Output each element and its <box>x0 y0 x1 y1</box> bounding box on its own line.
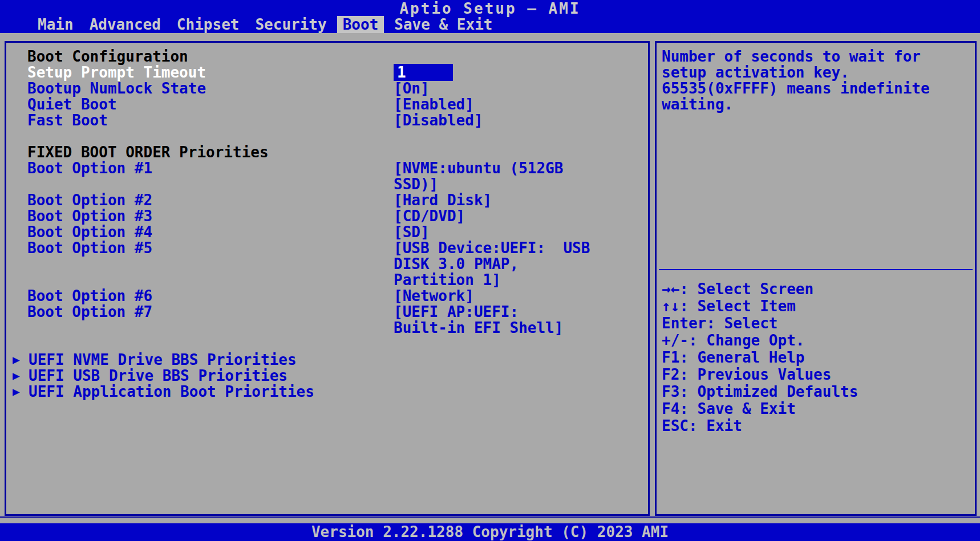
tab-advanced[interactable]: Advanced <box>84 16 167 33</box>
title-bar: Aptio Setup – AMI Main Advanced Chipset … <box>0 0 980 33</box>
setting-value: [CD/DVD] <box>394 208 465 224</box>
legend-esc-exit: ESC: Exit <box>662 417 858 434</box>
tab-boot[interactable]: Boot <box>337 16 384 33</box>
setting-value: [UEFI AP:UEFI: Built-in EFI Shell] <box>394 304 563 336</box>
setting-label: Quiet Boot <box>27 96 117 112</box>
setting-value: [Hard Disk] <box>394 192 492 208</box>
help-text: Number of seconds to wait for setup acti… <box>662 48 930 112</box>
setting-label: Boot Option #5 <box>27 240 152 256</box>
setting-row-setup-prompt-timeout[interactable]: Setup Prompt Timeout 1 <box>6 64 648 80</box>
legend-f2-previous-values: F2: Previous Values <box>662 366 858 383</box>
setting-value: [USB Device:UEFI: USB DISK 3.0 PMAP, Par… <box>394 240 590 288</box>
legend-f1-general-help: F1: General Help <box>662 349 858 366</box>
help-panel-divider <box>659 269 973 270</box>
section-title: FIXED BOOT ORDER Priorities <box>27 144 269 160</box>
setting-value: [Disabled] <box>394 112 483 128</box>
setting-label-selected: Setup Prompt Timeout <box>27 64 206 80</box>
legend-select-screen: →←: Select Screen <box>662 280 858 298</box>
legend-f4-save-exit: F4: Save & Exit <box>662 400 858 417</box>
section-header-fixed-boot-order: FIXED BOOT ORDER Priorities <box>6 144 648 160</box>
submenu-arrow-icon: ▶ <box>13 368 20 384</box>
submenu-row-uefi-nvme-bbs-priorities[interactable]: ▶ UEFI NVME Drive BBS Priorities <box>6 352 648 368</box>
setting-value: [Enabled] <box>394 96 474 112</box>
setting-label: Boot Option #3 <box>27 208 152 224</box>
tab-save-exit[interactable]: Save & Exit <box>388 16 498 33</box>
settings-panel: Boot Configuration Setup Prompt Timeout … <box>5 41 650 516</box>
setting-row-bootup-numlock-state[interactable]: Bootup NumLock State [On] <box>6 80 648 96</box>
setting-value: [Network] <box>394 288 474 304</box>
help-panel: Number of seconds to wait for setup acti… <box>655 41 977 516</box>
setting-value: [NVME:ubuntu (512GB SSD)] <box>394 160 563 192</box>
submenu-arrow-icon: ▶ <box>13 352 20 368</box>
setting-label: Boot Option #7 <box>27 304 152 320</box>
tab-chipset[interactable]: Chipset <box>171 16 245 33</box>
submenu-row-uefi-usb-bbs-priorities[interactable]: ▶ UEFI USB Drive BBS Priorities <box>6 368 648 384</box>
legend-change-opt: +/-: Change Opt. <box>662 332 858 349</box>
setting-row-boot-option-3[interactable]: Boot Option #3 [CD/DVD] <box>6 208 648 224</box>
submenu-row-uefi-application-boot-priorities[interactable]: ▶ UEFI Application Boot Priorities <box>6 384 648 400</box>
setting-row-boot-option-4[interactable]: Boot Option #4 [SD] <box>6 224 648 240</box>
setting-row-boot-option-7[interactable]: Boot Option #7 [UEFI AP:UEFI: Built-in E… <box>6 304 648 320</box>
setting-label: Boot Option #2 <box>27 192 152 208</box>
setting-label: Boot Option #6 <box>27 288 152 304</box>
version-text: Version 2.22.1288 Copyright (C) 2023 AMI <box>311 523 669 540</box>
setting-row-boot-option-6[interactable]: Boot Option #6 [Network] <box>6 288 648 304</box>
tab-main[interactable]: Main <box>32 16 79 33</box>
setting-row-quiet-boot[interactable]: Quiet Boot [Enabled] <box>6 96 648 112</box>
setting-label: Boot Option #4 <box>27 224 152 240</box>
setting-label: Fast Boot <box>27 112 108 128</box>
section-header-boot-configuration: Boot Configuration <box>6 48 648 64</box>
setting-row-boot-option-5[interactable]: Boot Option #5 [USB Device:UEFI: USB DIS… <box>6 240 648 256</box>
menu-bar: Main Advanced Chipset Security Boot Save… <box>32 16 503 33</box>
setting-row-boot-option-1[interactable]: Boot Option #1 [NVME:ubuntu (512GB SSD)] <box>6 160 648 176</box>
tab-security[interactable]: Security <box>249 16 332 33</box>
version-bar: Version 2.22.1288 Copyright (C) 2023 AMI <box>0 523 980 541</box>
submenu-label: UEFI NVME Drive BBS Priorities <box>29 352 297 368</box>
setting-row-boot-option-2[interactable]: Boot Option #2 [Hard Disk] <box>6 192 648 208</box>
submenu-arrow-icon: ▶ <box>13 384 20 400</box>
setting-value-highlighted[interactable]: 1 <box>394 64 453 81</box>
bottom-separator-line <box>0 516 980 518</box>
setting-row-fast-boot[interactable]: Fast Boot [Disabled] <box>6 112 648 128</box>
setting-label: Bootup NumLock State <box>27 80 206 96</box>
submenu-label: UEFI USB Drive BBS Priorities <box>29 368 287 384</box>
legend-enter-select: Enter: Select <box>662 315 858 332</box>
setting-value: [On] <box>394 80 430 96</box>
legend-f3-optimized-defaults: F3: Optimized Defaults <box>662 383 858 400</box>
submenu-label: UEFI Application Boot Priorities <box>29 384 314 400</box>
setting-label: Boot Option #1 <box>27 160 152 176</box>
section-title: Boot Configuration <box>27 48 188 64</box>
key-legend: →←: Select Screen ↑↓: Select Item Enter:… <box>662 280 858 434</box>
setting-value: [SD] <box>394 224 430 240</box>
legend-select-item: ↑↓: Select Item <box>662 298 858 315</box>
app-title: Aptio Setup – AMI <box>0 0 980 17</box>
